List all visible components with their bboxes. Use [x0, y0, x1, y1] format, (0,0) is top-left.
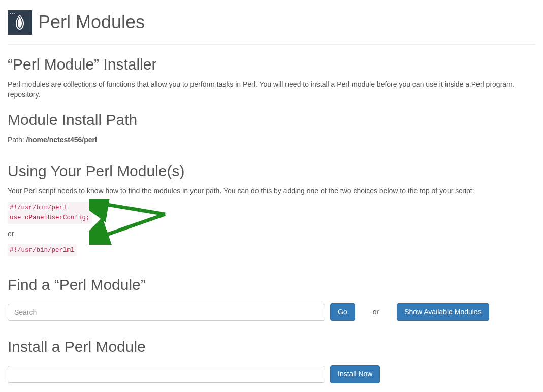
- using-description: Your Perl script needs to know how to fi…: [8, 186, 535, 197]
- install-path-label: Path:: [8, 136, 26, 144]
- using-or: or: [8, 229, 535, 239]
- page-title-text: Perl Modules: [38, 9, 145, 35]
- install-input[interactable]: [8, 366, 325, 383]
- show-available-button[interactable]: Show Available Modules: [397, 303, 489, 321]
- install-now-button[interactable]: Install Now: [330, 365, 380, 383]
- code-section: #!/usr/bin/perl use cPanelUserConfig; or…: [8, 202, 535, 256]
- code-block-2-wrap: #!/usr/bin/perlml: [8, 244, 535, 256]
- find-or: or: [373, 307, 379, 317]
- code-block-2: #!/usr/bin/perlml: [8, 244, 77, 256]
- find-form-row: Go or Show Available Modules: [8, 303, 535, 321]
- install-heading: Install a Perl Module: [8, 336, 535, 358]
- installer-description: Perl modules are collections of function…: [8, 80, 535, 100]
- svg-line-1: [98, 203, 165, 214]
- search-input[interactable]: [8, 304, 325, 321]
- code-block-1: #!/usr/bin/perl use cPanelUserConfig;: [8, 202, 92, 224]
- install-form-row: Install Now: [8, 365, 535, 383]
- code-block-1-wrap: #!/usr/bin/perl use cPanelUserConfig;: [8, 202, 535, 224]
- find-heading: Find a “Perl Module”: [8, 274, 535, 296]
- page-title: ••• Perl Modules: [8, 0, 535, 45]
- install-path-value: /home/nctest456/perl: [26, 136, 97, 144]
- install-path-heading: Module Install Path: [8, 109, 535, 131]
- using-heading: Using Your Perl Module(s): [8, 160, 535, 182]
- install-path-line: Path: /home/nctest456/perl: [8, 135, 535, 145]
- perl-onion-icon: •••: [8, 10, 32, 35]
- installer-heading: “Perl Module” Installer: [8, 54, 535, 76]
- go-button[interactable]: Go: [330, 303, 355, 321]
